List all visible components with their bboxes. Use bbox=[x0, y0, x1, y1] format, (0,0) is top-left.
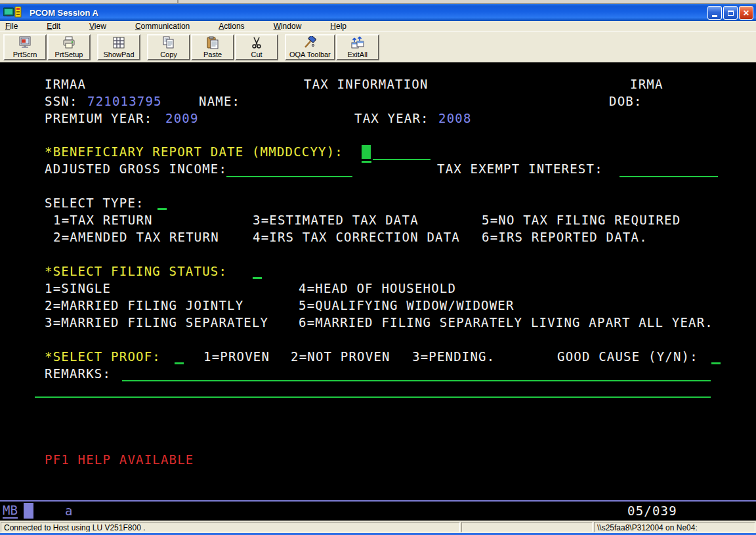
terminal-text-run: NAME: bbox=[199, 95, 240, 108]
terminal-cursor bbox=[362, 145, 371, 159]
close-button-icon[interactable]: ✕ bbox=[739, 6, 753, 20]
menu-item-file[interactable]: File bbox=[5, 22, 18, 31]
toolbar-button-paste[interactable]: Paste bbox=[191, 34, 234, 60]
toolbar-button-prtscrn[interactable]: PrtScrn bbox=[3, 34, 47, 60]
terminal-text-run: IRMAA bbox=[45, 77, 86, 91]
remarks-field-line-2[interactable] bbox=[35, 396, 711, 398]
toolbar-button-label: PrtSetup bbox=[55, 50, 83, 59]
terminal-text-run: 5=QUALIFYING WIDOW/WIDOWER bbox=[299, 299, 514, 312]
menu-item-window[interactable]: Window bbox=[274, 22, 302, 31]
toolbar: PrtScrnPrtSetupShowPadCopyPasteCutOQA To… bbox=[0, 32, 756, 62]
pcom-session-window: PCOM Session A ✕ FileEditViewCommunicati… bbox=[0, 0, 756, 535]
oia-session-id: a bbox=[65, 503, 72, 518]
status-printer-text: \\s25faa8\P312004 on Ne04: bbox=[594, 522, 755, 532]
toolbar-button-oqa-toolbar[interactable]: OQA Toolbar bbox=[285, 34, 335, 60]
beneficiary-report-date-cursor-underline[interactable] bbox=[362, 161, 371, 163]
toolbar-button-label: PrtScrn bbox=[13, 50, 37, 59]
terminal-text-run: 6=IRS REPORTED DATA. bbox=[482, 230, 648, 244]
menu-bar: FileEditViewCommunicationActionsWindowHe… bbox=[0, 21, 756, 32]
toolbar-button-cut[interactable]: Cut bbox=[235, 34, 278, 60]
terminal-text-run: 2=NOT PROVEN bbox=[291, 350, 390, 364]
operator-information-area: MB a 05/039 bbox=[0, 502, 756, 521]
terminal-text-run: *SELECT FILING STATUS: bbox=[45, 265, 227, 278]
toolbar-button-copy[interactable]: Copy bbox=[147, 34, 190, 60]
cut-icon bbox=[250, 36, 263, 49]
menu-item-actions[interactable]: Actions bbox=[219, 22, 244, 31]
terminal-text-run: REMARKS: bbox=[45, 367, 111, 381]
select-proof-field[interactable] bbox=[175, 362, 184, 364]
terminal-text-run: 3=MARRIED FILING SEPARATELY bbox=[45, 316, 268, 330]
terminal-text-run: 4=IRS TAX CORRECTION DATA bbox=[253, 230, 460, 244]
terminal-text-run: TAX INFORMATION bbox=[304, 77, 429, 91]
copy-icon bbox=[161, 36, 176, 49]
status-connection-text: Connected to Host using LU V251F800 . bbox=[1, 522, 460, 532]
toolbar-button-label: ExitAll bbox=[348, 50, 368, 59]
toolbar-button-label: Paste bbox=[203, 50, 222, 59]
toolbar-button-showpad[interactable]: ShowPad bbox=[97, 34, 140, 60]
beneficiary-report-date-field[interactable] bbox=[373, 159, 430, 160]
terminal-text-run: PF1 HELP AVAILABLE bbox=[45, 453, 194, 467]
toolbar-button-label: Cut bbox=[251, 50, 262, 59]
menu-item-edit[interactable]: Edit bbox=[47, 22, 60, 31]
terminal-text-run: DOB: bbox=[609, 95, 642, 108]
restore-button-icon[interactable] bbox=[723, 6, 738, 20]
terminal-text-run: 4=HEAD OF HOUSEHOLD bbox=[299, 282, 456, 295]
terminal-text-run: GOOD CAUSE (Y/N): bbox=[557, 350, 698, 364]
menu-item-help[interactable]: Help bbox=[330, 22, 346, 31]
title-bar[interactable]: PCOM Session A ✕ bbox=[0, 4, 756, 21]
terminal-text-run: SSN: bbox=[45, 95, 78, 108]
print-setup-icon bbox=[62, 36, 76, 49]
terminal-text-run: 1=PROVEN bbox=[203, 350, 270, 364]
terminal-text-run: TAX EXEMPT INTEREST: bbox=[437, 162, 603, 176]
status-middle-panel bbox=[461, 522, 593, 532]
terminal-text-run: 6=MARRIED FILING SEPARATELY LIVING APART… bbox=[299, 316, 713, 330]
terminal-text-run: *BENEFICIARY REPORT DATE (MMDDCCYY): bbox=[45, 145, 343, 159]
terminal-text-run: 1=SINGLE bbox=[45, 282, 111, 295]
terminal-text-run: SELECT TYPE: bbox=[45, 196, 144, 210]
terminal-text-run: 1=TAX RETURN bbox=[53, 213, 153, 227]
toolbar-button-exitall[interactable]: ExitAll bbox=[336, 34, 379, 60]
showpad-icon bbox=[112, 36, 125, 49]
minimize-button-icon[interactable] bbox=[707, 6, 722, 20]
terminal-text-run: 2=MARRIED FILING JOINTLY bbox=[45, 299, 243, 312]
terminal-text-run: ADJUSTED GROSS INCOME: bbox=[45, 162, 227, 176]
adjusted-gross-income-field[interactable] bbox=[226, 176, 352, 177]
oia-indicators: MB bbox=[3, 503, 18, 519]
menu-item-view[interactable]: View bbox=[89, 22, 106, 31]
oia-block-indicator bbox=[24, 503, 33, 519]
select-filing-status-field[interactable] bbox=[253, 277, 262, 279]
paste-icon bbox=[205, 36, 220, 49]
toolbar-button-label: Copy bbox=[160, 50, 177, 59]
print-screen-icon bbox=[18, 36, 32, 49]
status-bar: Connected to Host using LU V251F800 . \\… bbox=[0, 521, 756, 533]
terminal-text-run: 3=ESTIMATED TAX DATA bbox=[253, 213, 419, 227]
select-type-field[interactable] bbox=[158, 208, 167, 210]
toolbar-button-label: ShowPad bbox=[103, 50, 134, 59]
terminal-text-run: 2=AMENDED TAX RETURN bbox=[53, 230, 219, 244]
oqa-toolbar-icon bbox=[303, 36, 317, 49]
app-icon bbox=[3, 7, 26, 18]
terminal-screen[interactable]: IRMAATAX INFORMATIONIRMASSN:721013795NAM… bbox=[0, 62, 756, 500]
terminal-text-run: 721013795 bbox=[87, 95, 162, 108]
terminal-text-run: *SELECT PROOF: bbox=[45, 350, 161, 364]
window-title: PCOM Session A bbox=[30, 8, 98, 18]
toolbar-button-prtsetup[interactable]: PrtSetup bbox=[47, 34, 91, 60]
terminal-text-run: 5=NO TAX FILING REQUIRED bbox=[482, 213, 681, 227]
terminal-text-run: 2009 bbox=[165, 112, 199, 125]
terminal-text-run: IRMA bbox=[630, 77, 663, 91]
exitall-icon bbox=[350, 36, 365, 49]
terminal-text-run: TAX YEAR: bbox=[354, 112, 429, 125]
good-cause-field[interactable] bbox=[711, 362, 721, 364]
toolbar-button-label: OQA Toolbar bbox=[289, 50, 331, 59]
menu-item-communication[interactable]: Communication bbox=[135, 22, 190, 31]
cursor-position-indicator: 05/039 bbox=[627, 503, 677, 518]
terminal-text-run: 3=PENDING. bbox=[412, 350, 495, 364]
tax-exempt-interest-field[interactable] bbox=[620, 176, 718, 177]
terminal-text-run: 2008 bbox=[438, 112, 472, 125]
remarks-field-line-1[interactable] bbox=[122, 380, 711, 381]
terminal-text-run: PREMIUM YEAR: bbox=[45, 112, 152, 125]
